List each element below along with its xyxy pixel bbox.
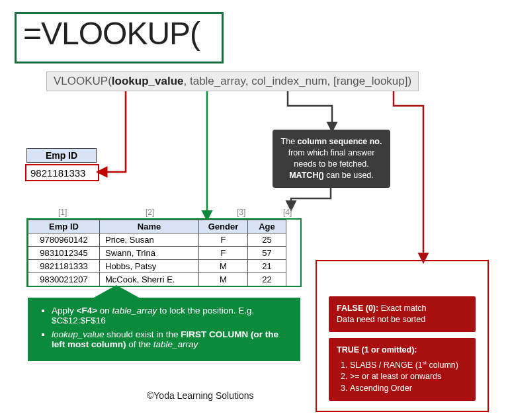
syntax-tooltip: VLOOKUP(lookup_value, table_array, col_i… [46, 71, 419, 91]
syntax-fn: VLOOKUP( [54, 75, 112, 87]
table-array-tip: Apply <F4> on table_array to lock the po… [28, 298, 300, 361]
table-row: 9831012345 Swann, Trina F 57 [28, 247, 286, 260]
syntax-arg-table-array: table_array [190, 75, 245, 87]
table-header-row: Emp ID Name Gender Age [28, 220, 286, 233]
syntax-arg-lookup-value: lookup_value [112, 75, 184, 87]
table-row: 9830021207 McCook, Sherri E. M 22 [28, 273, 286, 286]
col-index-1: [1] [58, 208, 67, 217]
col-index-3: [3] [237, 208, 245, 217]
col-index-4: [4] [283, 208, 292, 217]
col-index-2: [2] [146, 208, 154, 217]
syntax-arg-range-lookup: [range_lookup] [333, 75, 407, 87]
table-row: 9821181333 Hobbs, Patsy M 21 [28, 260, 286, 273]
lookup-value-header: Emp ID [26, 148, 97, 163]
range-lookup-true-tip: TRUE (1 or omitted): SLABS / RANGE (1st … [329, 338, 476, 401]
green-tip-pointer [93, 285, 140, 298]
syntax-arg-col-index-num: col_index_num [251, 75, 327, 87]
lookup-value-cell: 9821181333 [25, 164, 99, 181]
table-array: Emp ID Name Gender Age 9780960142 Price,… [28, 220, 286, 286]
table-row: 9780960142 Price, Susan F 25 [28, 233, 286, 247]
tip-item: Apply <F4> on table_array to lock the po… [52, 306, 291, 325]
range-lookup-false-tip: FALSE (0): Exact match Data need not be … [329, 296, 476, 332]
col-index-callout: The column sequence no. from which final… [273, 130, 390, 188]
tip-item: lookup_value should exist in the FIRST C… [52, 329, 291, 349]
footer-credit: ©Yoda Learning Solutions [147, 390, 254, 401]
formula-display: =VLOOKUP( [15, 12, 224, 63]
